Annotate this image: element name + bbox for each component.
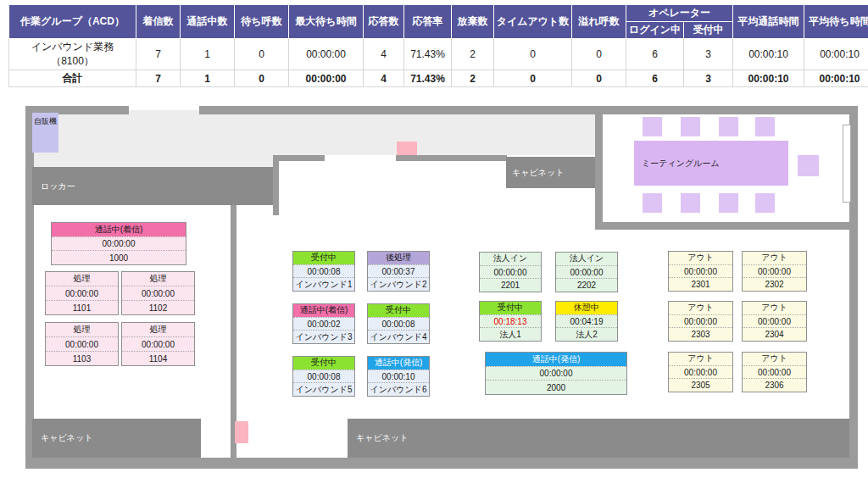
- cell: 4: [364, 39, 404, 70]
- cabinet-bottom-right: キャビネット: [348, 419, 849, 458]
- cell: 7: [136, 39, 181, 70]
- meeting-chair: [681, 193, 700, 213]
- col-header-overflow: 溢れ呼数: [572, 5, 626, 39]
- cell: 00:00:10: [804, 70, 868, 87]
- seat-status-label: アウト: [743, 252, 806, 264]
- seat-timer: 00:00:37: [368, 264, 429, 278]
- acd-stats-table: 作業グループ（ACD） 着信数 通話中数 待ち呼数 最大待ち時間 応答数 応答率…: [8, 4, 868, 87]
- cell: 00:00:00: [289, 70, 364, 87]
- locker: ロッカー: [32, 167, 273, 205]
- vending-machine-label: 自販機: [34, 117, 57, 125]
- cell: 3: [684, 70, 733, 87]
- seat-status-label: 通話中(発信): [486, 353, 626, 366]
- seat-name: 2302: [743, 277, 806, 291]
- cell: 6: [626, 39, 684, 70]
- seat-timer: 00:00:10: [368, 370, 429, 383]
- seat-1104[interactable]: 処理00:00:001104: [121, 322, 195, 366]
- cell: 0: [235, 70, 289, 87]
- seat-2202[interactable]: 法人イン00:00:002202: [555, 252, 618, 292]
- seat-status-label: 法人イン: [556, 253, 617, 265]
- meeting-chair: [681, 117, 700, 136]
- corridor-floor: [32, 110, 595, 155]
- col-header-avg-wait: 平均待ち時間: [804, 5, 868, 39]
- cell: 71.43%: [404, 39, 452, 70]
- cell: 00:00:10: [733, 39, 804, 70]
- cell: 71.43%: [404, 70, 452, 87]
- seat-name: 2201: [480, 278, 541, 292]
- acd-row-total: 合計 7 1 0 00:00:00 4 71.43% 2 0 0 6 3 00:…: [9, 70, 868, 87]
- seat-インバウンド6[interactable]: 通話中(発信)00:00:10インバウンド6: [367, 356, 430, 397]
- col-header-avg-talk: 平均通話時間: [733, 5, 804, 39]
- seat-timer: 00:00:00: [743, 264, 806, 278]
- seat-timer: 00:00:02: [293, 317, 354, 331]
- seat-status-label: 休憩中: [556, 302, 617, 314]
- seat-status-label: 通話中(発信): [368, 357, 429, 370]
- seat-インバウンド5[interactable]: 受付中00:00:08インバウンド5: [292, 356, 355, 397]
- seat-timer: 00:00:00: [669, 365, 732, 379]
- seat-法人1[interactable]: 受付中00:18:13法人1: [479, 301, 542, 342]
- seat-name: インバウンド2: [368, 277, 429, 291]
- seat-timer: 00:00:00: [743, 314, 806, 328]
- seat-1000[interactable]: 通話中(着信)00:00:001000: [51, 222, 186, 265]
- cabinet-label: キャビネット: [356, 432, 408, 444]
- seat-timer: 00:00:00: [46, 336, 118, 351]
- seat-status-label: 法人イン: [480, 253, 541, 265]
- meeting-chair: [719, 117, 738, 136]
- cell: 0: [572, 39, 626, 70]
- cell: 00:00:00: [289, 39, 364, 70]
- seat-name: インバウンド6: [368, 382, 429, 396]
- floor-map: 自販機 ロッカー キャビネット キャビネット キャビネット ミーティングルーム …: [24, 100, 860, 470]
- seat-timer: 00:00:00: [486, 366, 626, 381]
- seat-2302[interactable]: アウト00:00:002302: [742, 251, 807, 292]
- seat-timer: 00:00:00: [122, 336, 194, 351]
- seat-name: 2306: [743, 378, 806, 392]
- seat-インバウンド3[interactable]: 通話中(着信)00:00:02インバウンド3: [292, 303, 355, 344]
- seat-name: 1104: [122, 351, 194, 365]
- seat-timer: 00:00:00: [52, 236, 186, 251]
- seat-status-label: アウト: [743, 353, 806, 365]
- seat-2201[interactable]: 法人イン00:00:002201: [479, 252, 542, 292]
- seat-status-label: アウト: [669, 353, 732, 365]
- seat-法人2[interactable]: 休憩中00:04:19法人2: [555, 301, 618, 342]
- seat-timer: 00:00:00: [122, 286, 194, 300]
- seat-timer: 00:00:08: [368, 317, 429, 331]
- seat-timer: 00:00:00: [556, 265, 617, 279]
- seat-timer: 00:00:00: [669, 264, 732, 278]
- wall-room-divider: [231, 205, 236, 458]
- seat-インバウンド2[interactable]: 後処理00:00:37インバウンド2: [367, 251, 430, 292]
- seat-name: 2304: [743, 327, 806, 341]
- seat-timer: 00:00:00: [480, 265, 541, 279]
- seat-name: 法人1: [480, 327, 541, 341]
- wall-meeting-bottom: [595, 222, 849, 230]
- door-marker-top: [397, 142, 417, 155]
- cell: 2: [452, 39, 494, 70]
- seat-2303[interactable]: アウト00:00:002303: [668, 301, 733, 342]
- cell-group-name: 合計: [9, 70, 136, 87]
- seat-2305[interactable]: アウト00:00:002305: [668, 352, 733, 392]
- seat-name: インバウンド5: [293, 382, 354, 396]
- seat-2000[interactable]: 通話中(発信)00:00:002000: [485, 352, 627, 395]
- seat-2306[interactable]: アウト00:00:002306: [742, 352, 807, 392]
- meeting-chair: [755, 117, 775, 136]
- seat-インバウンド4[interactable]: 受付中00:00:08インバウンド4: [367, 303, 430, 344]
- seat-1102[interactable]: 処理00:00:001102: [121, 271, 195, 315]
- cell: 1: [181, 70, 235, 87]
- wall-corridor-2: [396, 155, 507, 161]
- seat-name: インバウンド3: [293, 330, 354, 343]
- cell: 2: [452, 70, 494, 87]
- seat-1101[interactable]: 処理00:00:001101: [45, 271, 119, 315]
- col-header-answer-rate: 応答率: [404, 5, 452, 39]
- acd-row-inbound: インバウンド業務（8100） 7 1 0 00:00:00 4 71.43% 2…: [9, 39, 868, 70]
- cell: 3: [684, 39, 733, 70]
- seat-2304[interactable]: アウト00:00:002304: [742, 301, 807, 342]
- seat-1103[interactable]: 処理00:00:001103: [45, 322, 119, 366]
- seat-2301[interactable]: アウト00:00:002301: [668, 251, 733, 292]
- wall-left: [25, 106, 34, 469]
- cell: 00:00:10: [733, 70, 804, 87]
- col-header-logged-in: ログイン中: [626, 22, 684, 39]
- seat-インバウンド1[interactable]: 受付中00:00:08インバウンド1: [292, 251, 355, 292]
- col-header-answered: 応答数: [364, 5, 404, 39]
- seat-status-label: 処理: [46, 272, 118, 286]
- cell: 0: [494, 70, 572, 87]
- meeting-room-table: ミーティングルーム: [634, 141, 788, 186]
